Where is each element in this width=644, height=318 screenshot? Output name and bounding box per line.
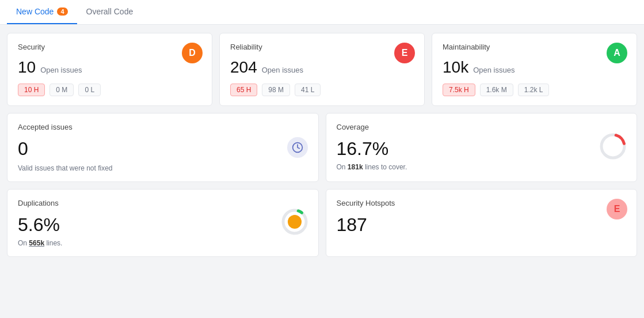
security-high-pill: 10 H bbox=[18, 84, 45, 96]
duplications-card: Duplications 5.6% On 565k lines. bbox=[7, 189, 319, 257]
security-card: Security 10 Open issues D 10 H 0 M 0 L bbox=[7, 33, 212, 106]
reliability-issues-label: Open issues bbox=[262, 66, 303, 74]
maintainability-title: Maintainability bbox=[443, 43, 626, 51]
coverage-donut bbox=[599, 132, 627, 163]
maintainability-number: 10k bbox=[443, 58, 468, 77]
security-medium-pill: 0 M bbox=[49, 84, 74, 96]
security-severity-row: 10 H 0 M 0 L bbox=[18, 84, 201, 96]
security-hotspots-number: 187 bbox=[337, 214, 627, 236]
accepted-issues-card: Accepted issues 0 Valid issues that were… bbox=[7, 113, 319, 182]
security-number: 10 bbox=[18, 58, 36, 77]
tab-overall-code-label: Overall Code bbox=[86, 7, 134, 16]
security-issues: 10 Open issues bbox=[18, 58, 201, 77]
coverage-card: Coverage 16.7% On 181k lines to cover. bbox=[326, 113, 638, 182]
accepted-issues-title: Accepted issues bbox=[18, 123, 308, 131]
maintainability-severity-row: 7.5k H 1.6k M 1.2k L bbox=[443, 84, 626, 96]
main-content: Security 10 Open issues D 10 H 0 M 0 L R… bbox=[0, 25, 644, 265]
duplications-lines: 565k bbox=[29, 239, 44, 247]
security-hotspots-title: Security Hotspots bbox=[337, 199, 627, 207]
security-issues-label: Open issues bbox=[40, 66, 82, 74]
bot-row: Duplications 5.6% On 565k lines. Securit… bbox=[7, 189, 637, 257]
reliability-grade: E bbox=[394, 43, 415, 63]
security-title: Security bbox=[18, 43, 201, 51]
maintainability-low-pill: 1.2k L bbox=[518, 84, 550, 96]
reliability-title: Reliability bbox=[230, 43, 414, 51]
svg-point-5 bbox=[288, 215, 302, 229]
reliability-medium-pill: 98 M bbox=[262, 84, 290, 96]
maintainability-card: Maintainability 10k Open issues A 7.5k H… bbox=[432, 33, 637, 106]
tab-new-code-badge: 4 bbox=[57, 7, 67, 16]
accepted-issues-desc: Valid issues that were not fixed bbox=[18, 164, 308, 172]
duplications-percent: 5.6% bbox=[18, 214, 308, 236]
maintainability-high-pill: 7.5k H bbox=[443, 84, 475, 96]
duplications-sub: On 565k lines. bbox=[18, 239, 308, 247]
top-row: Security 10 Open issues D 10 H 0 M 0 L R… bbox=[7, 33, 637, 106]
coverage-sub: On 181k lines to cover. bbox=[337, 163, 627, 171]
duplications-suffix: lines. bbox=[46, 239, 62, 247]
maintainability-grade: A bbox=[607, 43, 627, 63]
tab-new-code[interactable]: New Code 4 bbox=[7, 0, 77, 24]
reliability-high-pill: 65 H bbox=[230, 84, 257, 96]
security-low-pill: 0 L bbox=[78, 84, 101, 96]
reliability-low-pill: 41 L bbox=[295, 84, 321, 96]
tab-overall-code[interactable]: Overall Code bbox=[77, 0, 143, 24]
security-hotspots-grade: E bbox=[607, 199, 627, 219]
reliability-number: 204 bbox=[230, 58, 257, 77]
clock-icon bbox=[287, 137, 308, 158]
coverage-prefix: On bbox=[337, 163, 346, 171]
tab-new-code-label: New Code bbox=[16, 7, 54, 16]
duplications-title: Duplications bbox=[18, 199, 308, 207]
tabs-bar: New Code 4 Overall Code bbox=[0, 0, 644, 25]
coverage-percent: 16.7% bbox=[337, 138, 627, 160]
coverage-lines: 181k bbox=[348, 163, 363, 171]
security-hotspots-grade-label: E bbox=[614, 204, 620, 214]
reliability-severity-row: 65 H 98 M 41 L bbox=[230, 84, 414, 96]
maintainability-medium-pill: 1.6k M bbox=[480, 84, 513, 96]
maintainability-issues: 10k Open issues bbox=[443, 58, 626, 77]
maintainability-issues-label: Open issues bbox=[473, 66, 515, 74]
reliability-card: Reliability 204 Open issues E 65 H 98 M … bbox=[219, 33, 425, 106]
mid-row: Accepted issues 0 Valid issues that were… bbox=[7, 113, 637, 182]
reliability-issues: 204 Open issues bbox=[230, 58, 414, 77]
duplications-icon bbox=[280, 207, 309, 238]
security-grade: D bbox=[182, 43, 203, 63]
accepted-issues-number: 0 bbox=[18, 138, 308, 160]
coverage-title: Coverage bbox=[337, 123, 627, 131]
security-hotspots-card: Security Hotspots 187 E bbox=[326, 189, 638, 257]
duplications-prefix: On bbox=[18, 239, 27, 247]
coverage-suffix: lines to cover. bbox=[365, 163, 407, 171]
